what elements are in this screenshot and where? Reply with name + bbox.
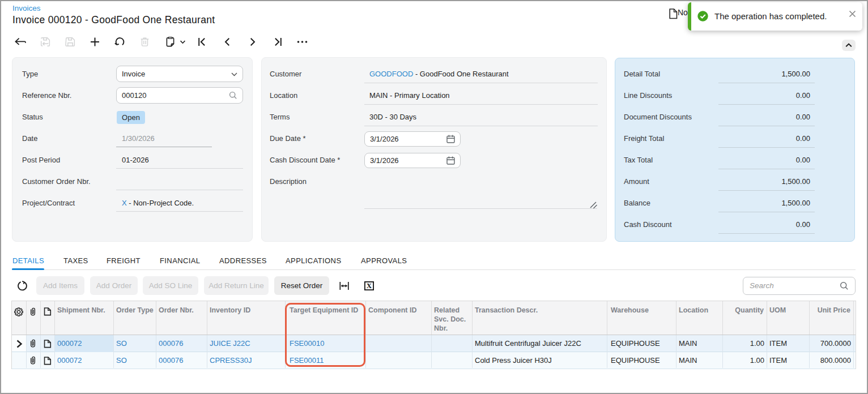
svg-text:X: X [367,281,372,290]
